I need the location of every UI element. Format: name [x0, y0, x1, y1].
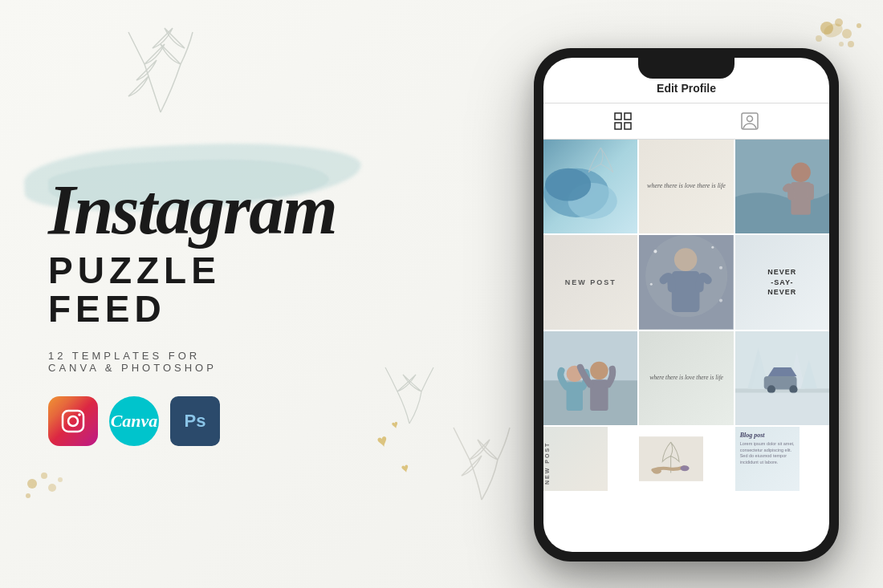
photoshop-icon[interactable]: Ps [170, 396, 220, 446]
svg-point-34 [719, 266, 722, 270]
svg-point-35 [650, 283, 653, 286]
svg-point-4 [857, 23, 861, 28]
subtitle-templates: 12 TEMPLATES FOR CANVA & PHOTOSHOP [48, 350, 466, 374]
svg-rect-31 [672, 271, 700, 312]
svg-point-7 [839, 42, 844, 47]
svg-point-14 [68, 416, 78, 426]
svg-point-33 [712, 246, 714, 249]
svg-point-50 [653, 468, 661, 474]
instagram-tabs[interactable] [543, 103, 829, 140]
phone-mockup: Edit Profile [534, 48, 839, 562]
instagram-grid: where there is love there is life [543, 140, 829, 425]
grid-cell-1 [543, 140, 637, 233]
grid-cell-bottom-3: Blog post Lorem ipsum dolor sit amet, co… [735, 427, 800, 491]
instagram-grid-bottom: NEW POST [543, 427, 829, 491]
left-content: Instagram PUZZLE FEED 12 TEMPLATES FOR C… [48, 0, 466, 588]
grid-cell-9 [735, 331, 829, 425]
svg-point-2 [842, 29, 852, 39]
svg-point-11 [26, 493, 31, 498]
svg-point-32 [654, 250, 657, 253]
grid-cell-4: NEW POST [543, 235, 637, 329]
svg-point-24 [545, 168, 591, 201]
svg-rect-18 [615, 123, 621, 129]
title-feed: FEED [48, 287, 466, 330]
svg-point-46 [767, 385, 775, 393]
cell-6-label: NEVER-SAY-NEVER [767, 267, 796, 298]
tab-grid[interactable] [613, 112, 633, 131]
cell-4-label: NEW POST [565, 278, 616, 286]
grid-cell-8: where there is love there is life [639, 331, 733, 425]
instagram-icon[interactable] [48, 396, 98, 446]
grid-cell-5 [639, 235, 733, 329]
phone-outer-frame: Edit Profile [534, 48, 839, 562]
profile-header-title: Edit Profile [657, 82, 716, 95]
grid-cell-7 [543, 331, 637, 425]
svg-rect-48 [735, 392, 829, 425]
cell-8-text: where there is love there is life [648, 372, 725, 384]
grid-cell-2: where there is love there is life [639, 140, 733, 233]
svg-rect-17 [625, 113, 631, 120]
tab-profile[interactable] [740, 112, 759, 131]
phone-screen: Edit Profile [543, 58, 829, 552]
svg-point-41 [590, 361, 608, 379]
canva-icon[interactable]: Canva [109, 396, 159, 446]
svg-point-30 [674, 249, 698, 272]
svg-point-15 [78, 413, 81, 416]
cell-2-text: where there is love there is life [644, 179, 729, 193]
svg-point-36 [719, 299, 722, 302]
svg-point-51 [681, 465, 690, 471]
title-instagram: Instagram [48, 175, 466, 245]
svg-rect-16 [615, 113, 621, 120]
svg-point-8 [27, 479, 37, 489]
title-puzzle: PUZZLE [48, 249, 466, 292]
svg-point-6 [848, 41, 854, 47]
svg-point-26 [791, 163, 810, 182]
svg-rect-19 [625, 123, 631, 129]
svg-point-21 [747, 116, 753, 122]
app-icons-row: Canva Ps [48, 396, 466, 446]
svg-point-47 [789, 385, 797, 393]
svg-point-9 [41, 472, 47, 479]
grid-cell-bottom-2 [639, 427, 703, 491]
grid-cell-6: NEVER-SAY-NEVER [735, 235, 829, 329]
phone-notch [638, 58, 734, 79]
svg-point-3 [816, 35, 822, 42]
grid-cell-3 [735, 140, 829, 233]
grid-cell-bottom-1: NEW POST [543, 427, 608, 491]
